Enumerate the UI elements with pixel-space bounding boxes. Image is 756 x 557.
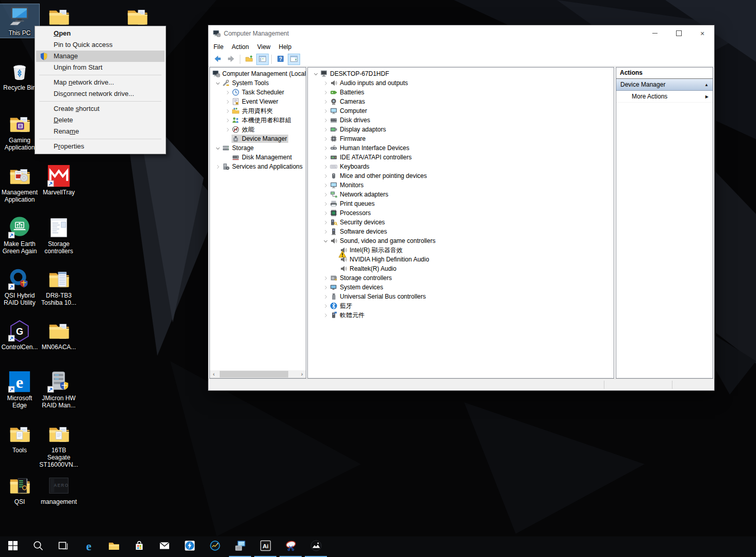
scroll-right-arrow-icon[interactable]: › bbox=[298, 370, 306, 378]
collapse-chevron-icon[interactable] bbox=[321, 237, 330, 245]
tree-item-system-devices[interactable]: System devices bbox=[308, 283, 614, 292]
context-menu-item-properties[interactable]: Properties bbox=[36, 141, 165, 152]
tree-item-software-devices[interactable]: Software devices bbox=[308, 227, 614, 236]
tree-item-item[interactable]: 共用資料夾 bbox=[210, 106, 306, 116]
expand-chevron-icon[interactable] bbox=[321, 209, 330, 217]
taskbar-mail-button[interactable] bbox=[152, 536, 177, 557]
taskbar-task-view-button[interactable] bbox=[51, 536, 76, 557]
expand-chevron-icon[interactable] bbox=[321, 218, 330, 226]
taskbar-snipping-tool-button[interactable] bbox=[278, 536, 303, 557]
expand-chevron-icon[interactable] bbox=[223, 125, 232, 134]
taskbar-illustrator-button[interactable]: Ai bbox=[253, 536, 278, 557]
tree-item-monitors[interactable]: Monitors bbox=[308, 181, 614, 190]
tree-item-task-scheduler[interactable]: Task Scheduler bbox=[210, 88, 306, 97]
expand-chevron-icon[interactable] bbox=[321, 311, 330, 319]
console-tree-button[interactable] bbox=[256, 54, 269, 65]
desktop-icon-management[interactable]: AEROmanagement bbox=[39, 473, 78, 506]
expand-chevron-icon[interactable] bbox=[321, 190, 330, 199]
desktop-icon-qsi[interactable]: QSI bbox=[0, 473, 39, 506]
tree-item-network-adapters[interactable]: Network adapters bbox=[308, 190, 614, 199]
collapse-chevron-icon[interactable] bbox=[213, 144, 222, 152]
tree-item-display-adaptors[interactable]: Display adaptors bbox=[308, 125, 614, 134]
expand-chevron-icon[interactable] bbox=[321, 181, 330, 189]
tree-item-item[interactable]: 軟體元件 bbox=[308, 310, 614, 320]
tree-item-batteries[interactable]: Batteries bbox=[308, 88, 614, 97]
scroll-left-arrow-icon[interactable]: ‹ bbox=[210, 370, 218, 378]
menu-file[interactable]: File bbox=[209, 42, 227, 52]
context-menu-item-open[interactable]: Open bbox=[36, 28, 165, 39]
tree-item-storage[interactable]: Storage bbox=[210, 143, 306, 153]
expand-chevron-icon[interactable] bbox=[321, 79, 330, 87]
tree-item-device-manager[interactable]: Device Manager bbox=[210, 134, 306, 143]
tree-item-processors[interactable]: Processors bbox=[308, 208, 614, 218]
tree-item-item[interactable]: 藍牙 bbox=[308, 301, 614, 310]
context-menu-item-manage[interactable]: Manage bbox=[36, 51, 165, 62]
tree-item-desktop-67d1hdf[interactable]: DESKTOP-67D1HDF bbox=[308, 69, 614, 78]
expand-chevron-icon[interactable] bbox=[321, 88, 330, 96]
expand-chevron-icon[interactable] bbox=[223, 116, 232, 124]
expand-chevron-icon[interactable] bbox=[223, 107, 232, 115]
desktop-icon-this-pc[interactable]: This PC bbox=[0, 4, 39, 38]
more-actions-item[interactable]: More Actions ▶ bbox=[616, 91, 713, 103]
tree-item-universal-serial-bus-controllers[interactable]: Universal Serial Bus controllers bbox=[308, 292, 614, 301]
context-menu-item-pin-to-quick-access[interactable]: Pin to Quick access bbox=[36, 39, 165, 51]
tree-item-disk-drives[interactable]: Disk drives bbox=[308, 116, 614, 125]
expand-chevron-icon[interactable] bbox=[213, 162, 222, 171]
desktop-icon-mn06aca[interactable]: MN06ACA... bbox=[39, 318, 78, 352]
desktop-icon-gaming-application[interactable]: Gaming Application bbox=[0, 111, 39, 152]
expand-chevron-icon[interactable] bbox=[321, 107, 330, 115]
expand-chevron-icon[interactable] bbox=[223, 97, 232, 106]
context-menu-item-unpin-from-start[interactable]: Unpin from Start bbox=[36, 62, 165, 73]
taskbar-start-button[interactable] bbox=[0, 536, 25, 557]
tree-item-item[interactable]: 效能 bbox=[210, 125, 306, 134]
expand-chevron-icon[interactable] bbox=[321, 162, 330, 171]
taskbar-computer-management-button[interactable] bbox=[227, 536, 253, 557]
tree-item-computer[interactable]: Computer bbox=[308, 106, 614, 116]
expand-chevron-icon[interactable] bbox=[321, 144, 330, 152]
tree-item-item[interactable]: 本機使用者和群組 bbox=[210, 116, 306, 125]
expand-chevron-icon[interactable] bbox=[321, 227, 330, 236]
tree-item-storage-controllers[interactable]: Storage controllers bbox=[308, 273, 614, 283]
expand-chevron-icon[interactable] bbox=[321, 302, 330, 310]
collapse-chevron-icon[interactable] bbox=[311, 70, 320, 78]
taskbar-photos-button[interactable] bbox=[303, 536, 328, 557]
tree-item-audio-inputs-and-outputs[interactable]: Audio inputs and outputs bbox=[308, 78, 614, 88]
tree-item-system-tools[interactable]: System Tools bbox=[210, 78, 306, 88]
taskbar-search-button[interactable] bbox=[25, 536, 51, 557]
taskbar-edge-button[interactable]: e bbox=[76, 536, 101, 557]
expand-chevron-icon[interactable] bbox=[321, 97, 330, 106]
expand-chevron-icon[interactable] bbox=[223, 88, 232, 96]
context-menu-item-create-shortcut[interactable]: Create shortcut bbox=[36, 103, 165, 114]
context-menu-item-delete[interactable]: Delete bbox=[36, 114, 165, 126]
scrollbar-thumb[interactable] bbox=[220, 371, 288, 378]
expand-chevron-icon[interactable] bbox=[321, 116, 330, 124]
desktop-icon-dr8-tb3-toshiba[interactable]: DR8-TB3 Toshiba 10... bbox=[39, 267, 78, 307]
context-menu-item-disconnect-network-drive[interactable]: Disconnect network drive... bbox=[36, 88, 165, 100]
desktop-icon-tools[interactable]: Tools bbox=[0, 421, 39, 455]
taskbar-thunderbolt-button[interactable] bbox=[177, 536, 202, 557]
taskbar-store-button[interactable] bbox=[126, 536, 152, 557]
desktop-icon-microsoft-edge[interactable]: e Microsoft Edge bbox=[0, 369, 39, 410]
context-menu-item-rename[interactable]: Rename bbox=[36, 126, 165, 137]
desktop-icon-make-earth-green-again[interactable]: Make Earth Green Again bbox=[0, 215, 39, 256]
title-bar[interactable]: Computer Management × bbox=[208, 25, 714, 41]
desktop-icon-marvelltray[interactable]: MarvellTray bbox=[39, 163, 78, 197]
taskbar-performance-monitor-button[interactable] bbox=[202, 536, 227, 557]
expand-chevron-icon[interactable] bbox=[321, 153, 330, 161]
forward-button[interactable] bbox=[225, 54, 237, 65]
menu-help[interactable]: Help bbox=[275, 42, 296, 52]
actions-group-device-manager[interactable]: Device Manager ▲ bbox=[616, 79, 713, 91]
tree-item-print-queues[interactable]: Print queues bbox=[308, 199, 614, 208]
tree-item-realtek-r-audio[interactable]: Realtek(R) Audio bbox=[308, 264, 614, 273]
tree-item-ide-ata-atapi-controllers[interactable]: IDE ATA/ATAPI controllers bbox=[308, 153, 614, 162]
menu-view[interactable]: View bbox=[253, 42, 275, 52]
tree-item-firmware[interactable]: Firmware bbox=[308, 134, 614, 143]
tree-item-event-viewer[interactable]: Event Viewer bbox=[210, 97, 306, 106]
tree-item-sound-video-and-game-controllers[interactable]: Sound, video and game controllers bbox=[308, 236, 614, 245]
scrollbar-track[interactable] bbox=[218, 370, 298, 378]
tree-item-mice-and-other-pointing-devices[interactable]: Mice and other pointing devices bbox=[308, 171, 614, 181]
tree-item-human-interface-devices[interactable]: Human Interface Devices bbox=[308, 143, 614, 153]
desktop-icon-qsi-hybrid-raid-utility[interactable]: QSI Hybrid RAID Utility bbox=[0, 267, 39, 307]
desktop-icon-recycle-bin[interactable]: Recycle Bin bbox=[0, 59, 39, 92]
expand-chevron-icon[interactable] bbox=[321, 172, 330, 180]
